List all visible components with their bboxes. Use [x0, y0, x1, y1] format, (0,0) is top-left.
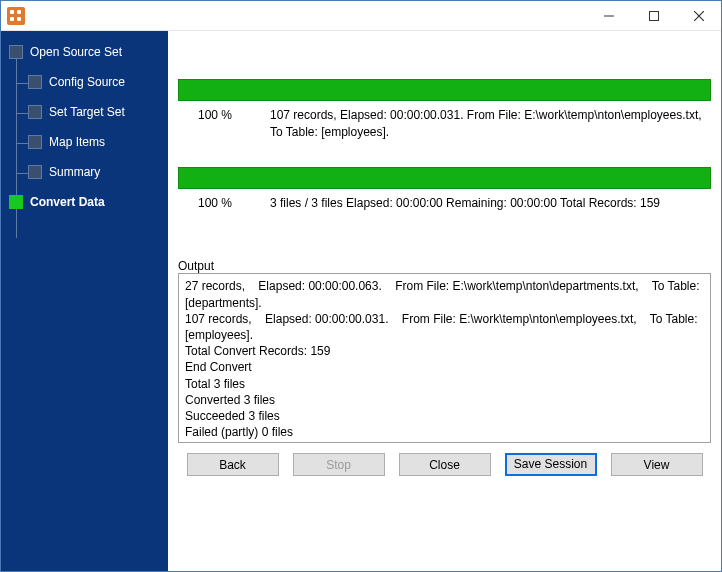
step-label: Config Source [49, 75, 125, 89]
step-marker-icon [28, 135, 42, 149]
step-config-source[interactable]: Config Source [1, 69, 168, 95]
close-button[interactable] [676, 1, 721, 30]
overall-progress-text: 3 files / 3 files Elapsed: 00:00:00 Rema… [270, 195, 711, 212]
step-map-items[interactable]: Map Items [1, 129, 168, 155]
wizard-sidebar: Open Source Set Config Source Set Target… [1, 31, 168, 571]
step-marker-icon [9, 45, 23, 59]
overall-progress-percent: 100 % [198, 195, 270, 212]
titlebar [1, 1, 721, 31]
step-label: Set Target Set [49, 105, 125, 119]
maximize-button[interactable] [631, 1, 676, 30]
step-label: Summary [49, 165, 100, 179]
step-set-target-set[interactable]: Set Target Set [1, 99, 168, 125]
step-convert-data[interactable]: Convert Data [1, 189, 168, 215]
output-label: Output [178, 259, 711, 273]
file-progress-text: 107 records, Elapsed: 00:00:00.031. From… [270, 107, 711, 141]
step-label: Map Items [49, 135, 105, 149]
view-button[interactable]: View [611, 453, 703, 476]
main-panel: 100 % 107 records, Elapsed: 00:00:00.031… [168, 31, 721, 571]
button-bar: Back Stop Close Save Session View [168, 443, 721, 488]
step-label: Convert Data [30, 195, 105, 209]
app-window: Open Source Set Config Source Set Target… [0, 0, 722, 572]
close-wizard-button[interactable]: Close [399, 453, 491, 476]
save-session-button[interactable]: Save Session [505, 453, 597, 476]
step-open-source-set[interactable]: Open Source Set [1, 39, 168, 65]
overall-progress-bar [178, 167, 711, 189]
app-icon [7, 7, 25, 25]
step-marker-icon [28, 75, 42, 89]
step-marker-icon [28, 165, 42, 179]
file-progress-block: 100 % 107 records, Elapsed: 00:00:00.031… [178, 79, 711, 141]
overall-progress-block: 100 % 3 files / 3 files Elapsed: 00:00:0… [178, 167, 711, 212]
stop-button: Stop [293, 453, 385, 476]
minimize-button[interactable] [586, 1, 631, 30]
output-box[interactable]: 27 records, Elapsed: 00:00:00.063. From … [178, 273, 711, 443]
progress-area: 100 % 107 records, Elapsed: 00:00:00.031… [168, 31, 721, 211]
step-label: Open Source Set [30, 45, 122, 59]
svg-rect-1 [649, 11, 658, 20]
content: Open Source Set Config Source Set Target… [1, 31, 721, 571]
back-button[interactable]: Back [187, 453, 279, 476]
step-marker-icon [28, 105, 42, 119]
step-marker-icon [9, 195, 23, 209]
window-controls [586, 1, 721, 30]
file-progress-percent: 100 % [198, 107, 270, 141]
step-summary[interactable]: Summary [1, 159, 168, 185]
file-progress-bar [178, 79, 711, 101]
